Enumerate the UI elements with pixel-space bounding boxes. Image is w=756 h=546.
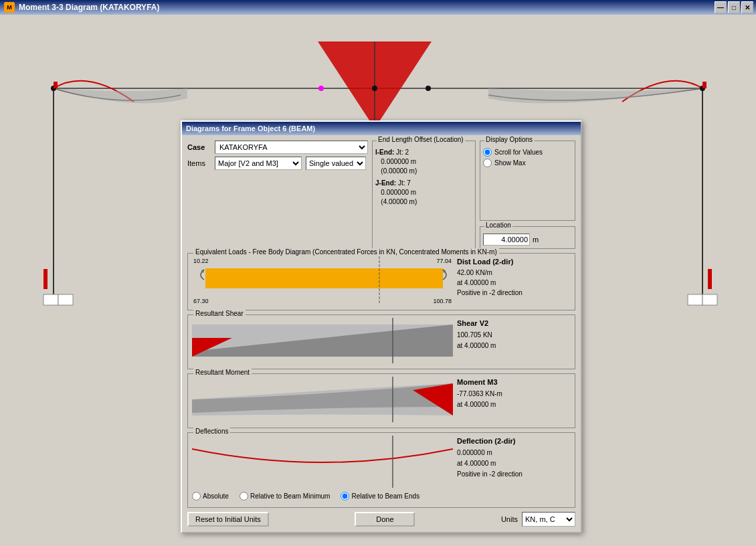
equiv-loads-section: Equivalent Loads - Free Body Diagram (Co… xyxy=(187,253,575,310)
equiv-loads-info: Dist Load (2-dir) 42.00 KN/m at 4.00000 … xyxy=(457,256,571,306)
dist-load-at: at 4.00000 m xyxy=(457,278,571,288)
svg-rect-13 xyxy=(58,294,73,305)
app-icon: M xyxy=(4,2,15,13)
scroll-for-values-row: Scroll for Values xyxy=(483,148,572,157)
deflection-info: Deflection (2-dir) 0.000000 m at 4.00000… xyxy=(457,436,571,489)
svg-point-6 xyxy=(426,86,431,91)
moment-section-title: Resultant Moment xyxy=(193,369,252,376)
dist-load-title: Dist Load (2-dir) xyxy=(457,256,571,268)
svg-rect-17 xyxy=(708,269,712,289)
show-max-radio[interactable] xyxy=(483,159,492,167)
main-dialog: Diagrams for Frame Object 6 (BEAM) Case … xyxy=(181,120,582,533)
shear-inner: Shear V2 100.705 KN at 4.00000 m xyxy=(192,318,571,365)
svg-rect-18 xyxy=(205,268,443,288)
val-bot-right: 100.78 xyxy=(433,298,452,304)
items-label: Items xyxy=(187,159,211,167)
svg-rect-16 xyxy=(43,269,48,289)
svg-rect-12 xyxy=(43,294,58,305)
display-options-title: Display Options xyxy=(484,136,534,143)
equiv-loads-inner: 10.22 77.04 xyxy=(192,256,571,306)
case-label: Case xyxy=(187,143,211,151)
shear-title: Resultant Shear xyxy=(193,310,246,317)
shear-info: Shear V2 100.705 KN at 4.00000 m xyxy=(457,318,571,365)
beam-ends-radio[interactable] xyxy=(341,492,349,500)
display-options-box: Display Options Scroll for Values Show M… xyxy=(480,141,575,221)
deflection-radio-row: Absolute Relative to Beam Minimum Relati… xyxy=(192,492,571,500)
beam-ends-label[interactable]: Relative to Beam Ends xyxy=(341,492,419,500)
done-button[interactable]: Done xyxy=(355,512,415,527)
moment-section: Resultant Moment xyxy=(187,373,575,428)
units-row: Units KN, m, C xyxy=(501,512,575,527)
dialog-titlebar: Diagrams for Frame Object 6 (BEAM) xyxy=(182,122,581,135)
dialog-title: Diagrams for Frame Object 6 (BEAM) xyxy=(186,124,315,132)
svg-rect-15 xyxy=(702,294,717,305)
end-length-title: End Length Offset (Location) xyxy=(377,136,465,143)
case-select[interactable]: KATAKORYFA xyxy=(215,141,368,154)
minimize-button[interactable]: — xyxy=(715,1,727,13)
equiv-loads-title: Equivalent Loads - Free Body Diagram (Co… xyxy=(193,248,499,256)
shear-diagram xyxy=(192,318,453,363)
defl-at: at 4.00000 m xyxy=(457,458,571,469)
show-max-row: Show Max xyxy=(483,159,572,167)
window-title: Moment 3-3 Diagram (KATAKORYFA) xyxy=(19,3,159,12)
beam-min-radio[interactable] xyxy=(240,492,248,500)
defl-val: 0.000000 m xyxy=(457,448,571,458)
val-top-right: 77.04 xyxy=(436,258,452,264)
reset-initial-units-button[interactable]: Reset to Initial Units xyxy=(187,512,269,527)
equiv-loads-diagram xyxy=(192,256,453,304)
shear-at: at 4.00000 m xyxy=(457,341,571,351)
deflection-diagram xyxy=(192,436,453,488)
shear-val: 100.705 KN xyxy=(457,330,571,341)
bottom-row: Reset to Initial Units Done Units KN, m,… xyxy=(187,512,575,527)
deflection-section: Deflections Deflection (2-dir) 0.000000 … xyxy=(187,432,575,508)
svg-rect-10 xyxy=(54,82,58,88)
location-unit: m xyxy=(533,236,539,244)
moment-val: -77.0363 KN-m xyxy=(457,389,571,399)
titlebar: M Moment 3-3 Diagram (KATAKORYFA) — □ ✕ xyxy=(0,0,756,15)
deflection-inner: Deflection (2-dir) 0.000000 m at 4.00000… xyxy=(192,436,571,489)
scroll-for-values-label: Scroll for Values xyxy=(494,149,543,156)
moment-info: Moment M3 -77.0363 KN-m at 4.00000 m xyxy=(457,377,571,424)
moment-at: at 4.00000 m xyxy=(457,399,571,410)
dialog-body: Case KATAKORYFA Items Major [V2 and M3] … xyxy=(182,135,581,532)
beam-min-label[interactable]: Relative to Beam Minimum xyxy=(240,492,330,500)
items-select[interactable]: Major [V2 and M3] xyxy=(215,157,302,170)
svg-point-5 xyxy=(372,86,377,91)
shear-result-title: Shear V2 xyxy=(457,318,571,330)
svg-point-7 xyxy=(318,86,324,91)
units-label: Units xyxy=(501,515,518,523)
defl-title: Deflection (2-dir) xyxy=(457,436,571,448)
maximize-button[interactable]: □ xyxy=(728,1,740,13)
scroll-for-values-radio[interactable] xyxy=(483,148,492,157)
defl-dir: Positive in -2 direction xyxy=(457,469,571,480)
dist-load-val: 42.00 KN/m xyxy=(457,268,571,278)
moment-result-title: Moment M3 xyxy=(457,377,571,389)
deflection-section-title: Deflections xyxy=(193,428,230,435)
close-button[interactable]: ✕ xyxy=(741,1,753,13)
canvas-area: Diagrams for Frame Object 6 (BEAM) Case … xyxy=(0,15,756,546)
show-max-label: Show Max xyxy=(494,159,526,167)
moment-inner: Moment M3 -77.0363 KN-m at 4.00000 m xyxy=(192,377,571,424)
units-select[interactable]: KN, m, C xyxy=(522,512,575,527)
moment-diagram xyxy=(192,377,453,422)
i-end-info: I-End: Jt: 2 0.000000 m (0.00000 m) xyxy=(375,148,472,176)
single-valued-select[interactable]: Single valued xyxy=(306,157,366,170)
svg-rect-11 xyxy=(702,82,706,88)
svg-rect-14 xyxy=(688,294,702,305)
location-input[interactable] xyxy=(483,234,530,246)
absolute-radio[interactable] xyxy=(192,492,201,500)
location-title: Location xyxy=(484,221,512,229)
val-bot-left: 67.30 xyxy=(193,298,209,304)
location-box: Location m xyxy=(480,226,575,249)
end-length-box: End Length Offset (Location) I-End: Jt: … xyxy=(372,141,476,249)
j-end-info: J-End: Jt: 7 0.000000 m (4.00000 m) xyxy=(375,179,472,207)
shear-section: Resultant Shear xyxy=(187,314,575,369)
val-top-left: 10.22 xyxy=(193,258,209,264)
titlebar-controls: — □ ✕ xyxy=(715,1,753,13)
absolute-label[interactable]: Absolute xyxy=(192,492,229,500)
dist-load-dir: Positive in -2 direction xyxy=(457,288,571,298)
